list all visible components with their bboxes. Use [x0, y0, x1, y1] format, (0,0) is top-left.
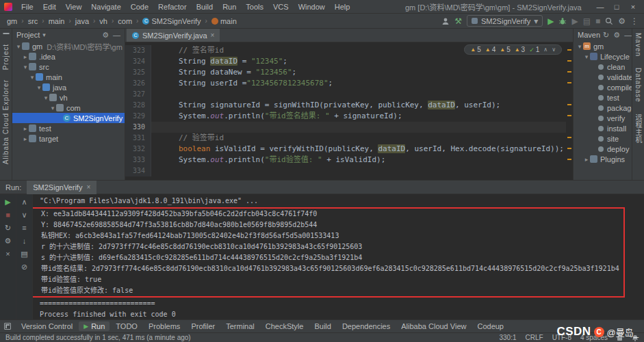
code-line-332[interactable]: 332boolean isValidId = verifyWithID(publ… [125, 144, 573, 155]
tree-toggle-icon[interactable]: ▸ [22, 125, 29, 132]
tool-window-button-alibaba-cloud-view[interactable]: Alibaba Cloud View [396, 321, 471, 331]
panel-hide-icon[interactable]: — [113, 31, 120, 40]
breadcrumb-item-com[interactable]: com [116, 17, 133, 25]
rerun-icon[interactable]: ▶ [5, 198, 10, 206]
error-stripe[interactable] [566, 42, 573, 180]
tree-toggle-icon[interactable]: ▾ [576, 43, 583, 50]
restart-icon[interactable]: ↻ [5, 224, 11, 232]
stripe-button-maven[interactable]: Maven [634, 33, 642, 57]
maximize-button[interactable]: □ [608, 3, 625, 11]
breadcrumb-item-sm2signverify[interactable]: CSM2SignVerify [141, 17, 202, 25]
menu-item-refactor[interactable]: Refactor [153, 3, 192, 11]
warning-mark[interactable] [567, 148, 571, 149]
panel-settings-icon[interactable]: ⚙ [102, 31, 109, 40]
run-tab-close-icon[interactable]: × [86, 183, 90, 191]
tree-item-install[interactable]: install [574, 123, 632, 133]
menu-item-tools[interactable]: Tools [241, 3, 268, 11]
code-line-334[interactable]: 334 [125, 166, 573, 176]
tree-item-validate[interactable]: validate [574, 72, 632, 82]
settings-gear-icon[interactable]: ⚙ [618, 16, 626, 26]
close-console-icon[interactable]: × [5, 250, 10, 258]
menu-item-edit[interactable]: Edit [38, 3, 61, 11]
jump-up-icon[interactable]: ∧ [21, 198, 27, 206]
maven-settings-icon[interactable]: ⚙ [613, 31, 620, 40]
warning-mark[interactable] [567, 82, 571, 83]
tree-toggle-icon[interactable]: ▾ [15, 43, 22, 50]
editor-body[interactable]: 323// 签名带id324String dataID = "12345";32… [125, 42, 573, 180]
tree-toggle-icon[interactable]: ▾ [22, 64, 29, 70]
tree-item-target[interactable]: ▸target [12, 133, 125, 144]
code-line-330[interactable]: 330 [125, 122, 573, 133]
tree-item-deploy[interactable]: deploy [574, 144, 632, 154]
tree-item-test[interactable]: test [574, 92, 632, 103]
tree-toggle-icon[interactable]: ▾ [29, 74, 36, 81]
inspections-widget[interactable]: ▲5▲4▲5▲3✓1∧∨ [464, 44, 562, 55]
tool-window-button-version-control[interactable]: Version Control [16, 321, 77, 331]
warning-mark[interactable] [567, 49, 571, 51]
code-line-329[interactable]: 329System.out.println("带id签名结果: " + sign… [125, 111, 573, 122]
tree-item-test[interactable]: ▸test [12, 123, 125, 133]
breadcrumb-item-java[interactable]: java [74, 17, 90, 25]
tree-item-gm[interactable]: ▾mgm [574, 41, 632, 51]
tool-window-button-run[interactable]: ▶Run [79, 321, 110, 331]
tree-toggle-icon[interactable]: ▾ [36, 84, 42, 91]
tool-window-button-terminal[interactable]: Terminal [221, 321, 259, 331]
project-header-title[interactable]: Project [16, 31, 40, 39]
breadcrumb-item-gm[interactable]: gm [5, 17, 18, 25]
caret-position[interactable]: 330:1 [499, 334, 516, 341]
run-tab[interactable]: SM2SignVerify × [27, 181, 96, 194]
tree-item--idea[interactable]: ▸.idea [12, 51, 125, 62]
breadcrumb-item-main[interactable]: main [210, 17, 238, 25]
tree-toggle-icon[interactable]: ▾ [583, 53, 590, 60]
inspection-warning-badge[interactable]: ▲5 [470, 46, 480, 53]
tree-item-plugins[interactable]: ▸Plugins [574, 154, 632, 164]
warning-mark[interactable] [567, 60, 571, 62]
warning-mark[interactable] [567, 115, 571, 116]
line-separator[interactable]: CRLF [526, 334, 543, 341]
jump-down-icon[interactable]: ∨ [21, 211, 27, 219]
code-line-327[interactable]: 327 [125, 89, 573, 100]
search-everywhere-icon[interactable] [605, 17, 613, 25]
tree-item-com[interactable]: ▾com [12, 103, 125, 113]
tool-window-button-todo[interactable]: TODO [111, 321, 142, 331]
tree-item-java[interactable]: ▾java [12, 82, 125, 92]
scroll-to-end-icon[interactable]: ↓ [23, 237, 27, 245]
stripe-button-远程主机[interactable]: 远程主机 [633, 114, 643, 144]
status-message[interactable]: Build completed successfully in 1 sec, 4… [5, 334, 191, 341]
tree-item-verify[interactable]: verify [574, 113, 632, 123]
tool-window-button-checkstyle[interactable]: CheckStyle [261, 321, 309, 331]
run-button[interactable]: ▶ [548, 16, 554, 26]
profiler-button[interactable]: ▤ [583, 16, 591, 26]
maven-refresh-icon[interactable]: ↻ [603, 31, 609, 40]
tool-window-button-profiler[interactable]: Profiler [186, 321, 220, 331]
console-output[interactable]: "C:\Program Files\Java\jdk1.8.0_191\bin\… [33, 194, 644, 319]
code-line-328[interactable]: 328String signatureId = signWithID(priva… [125, 100, 573, 111]
close-button[interactable]: × [625, 3, 641, 11]
inspection-warning-badge[interactable]: ▲4 [485, 46, 495, 53]
menu-item-file[interactable]: File [16, 3, 38, 11]
breadcrumb-item-vh[interactable]: vh [98, 17, 109, 25]
tree-item-vh[interactable]: ▾vh [12, 92, 125, 103]
menu-item-view[interactable]: View [61, 3, 87, 11]
tree-toggle-icon[interactable]: ▾ [49, 105, 56, 111]
tree-item-compile[interactable]: compile [574, 82, 632, 92]
tree-item-main[interactable]: ▾main [12, 72, 125, 82]
tab-close-icon[interactable]: × [211, 31, 215, 39]
more-options-icon[interactable]: ⋮ [630, 16, 639, 26]
tree-toggle-icon[interactable]: ▸ [583, 156, 590, 163]
tree-item-clean[interactable]: clean [574, 62, 632, 72]
code-line-331[interactable]: 331// 验签带id [125, 133, 573, 144]
warning-mark[interactable] [567, 159, 571, 160]
tree-item-gm[interactable]: ▾gmD:\资料\MD\密码学\gm [12, 41, 125, 51]
warning-mark[interactable] [567, 71, 571, 73]
menu-item-build[interactable]: Build [192, 3, 218, 11]
breadcrumb-item-main[interactable]: main [47, 17, 66, 25]
tool-window-button-dependencies[interactable]: Dependencies [337, 321, 395, 331]
minimize-button[interactable]: — [592, 3, 608, 11]
menu-item-navigate[interactable]: Navigate [86, 3, 125, 11]
run-configuration-select[interactable]: SM2SignVerify ▾ [467, 15, 543, 27]
warning-mark[interactable] [567, 137, 571, 138]
tree-item-sm2signverify[interactable]: CSM2SignVerify [12, 113, 125, 123]
menu-item-vcs[interactable]: VCS [268, 3, 294, 11]
tree-item-package[interactable]: package [574, 103, 632, 113]
